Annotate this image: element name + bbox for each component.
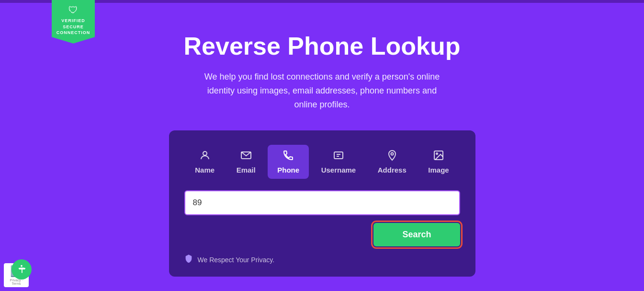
tab-name-label: Name [195,166,215,174]
privacy-row: We Respect Your Privacy. [184,254,460,265]
email-icon [240,150,252,163]
tab-name[interactable]: Name [185,145,224,179]
search-card: Name Email Phone [169,130,475,277]
svg-point-5 [436,153,438,154]
main-content: Reverse Phone Lookup We help you find lo… [0,3,644,277]
badge-verified: VERIFIED [61,18,85,23]
tab-address-label: Address [378,166,407,174]
secure-badge: 🛡 VERIFIED SECURE CONNECTION [52,0,95,44]
svg-rect-2 [334,152,343,159]
privacy-text: We Respect Your Privacy. [198,256,275,264]
page-subtitle: We help you find lost connections and ve… [198,70,447,111]
tab-bar: Name Email Phone [184,145,460,179]
svg-point-0 [203,151,207,155]
search-button[interactable]: Search [373,223,460,246]
search-input-row [184,190,460,215]
phone-icon [282,150,294,163]
tab-username-label: Username [321,166,356,174]
name-icon [199,150,211,163]
svg-point-6 [21,265,23,267]
search-btn-row: Search [184,223,460,246]
shield-icon: 🛡 [56,5,91,16]
tab-email-label: Email [237,166,256,174]
tab-email[interactable]: Email [227,145,265,179]
tab-phone[interactable]: Phone [268,145,309,179]
page-title: Reverse Phone Lookup [184,32,461,60]
privacy-shield-icon [184,254,193,265]
tab-image-label: Image [428,166,449,174]
badge-connection: CONNECTION [56,30,90,35]
badge-secure: SECURE [63,24,84,29]
image-icon [433,150,444,163]
tab-username[interactable]: Username [312,145,366,179]
tab-phone-label: Phone [277,166,299,174]
svg-point-3 [391,153,393,155]
accessibility-button[interactable] [11,259,32,279]
address-icon [386,150,398,163]
username-icon [333,150,344,163]
tab-image[interactable]: Image [418,145,458,179]
phone-input[interactable] [184,190,460,215]
tab-address[interactable]: Address [368,145,416,179]
captcha-links: Privacy · Terms [6,279,27,285]
